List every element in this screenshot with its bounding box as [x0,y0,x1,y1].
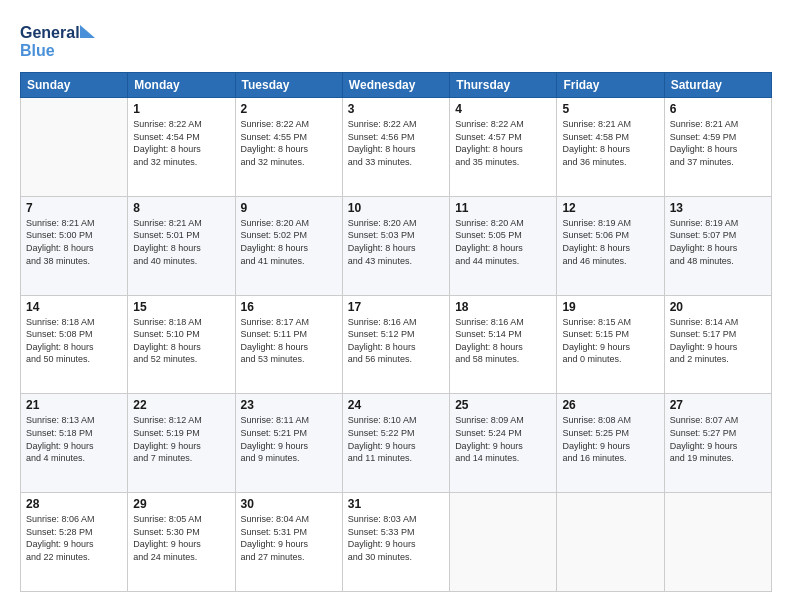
day-number: 20 [670,300,766,314]
calendar-header-friday: Friday [557,73,664,98]
calendar-cell: 16Sunrise: 8:17 AM Sunset: 5:11 PM Dayli… [235,295,342,394]
day-info: Sunrise: 8:08 AM Sunset: 5:25 PM Dayligh… [562,414,658,464]
calendar-cell: 22Sunrise: 8:12 AM Sunset: 5:19 PM Dayli… [128,394,235,493]
day-number: 3 [348,102,444,116]
day-info: Sunrise: 8:05 AM Sunset: 5:30 PM Dayligh… [133,513,229,563]
day-number: 31 [348,497,444,511]
calendar-cell: 4Sunrise: 8:22 AM Sunset: 4:57 PM Daylig… [450,98,557,197]
calendar-header-sunday: Sunday [21,73,128,98]
day-number: 2 [241,102,337,116]
calendar-cell: 1Sunrise: 8:22 AM Sunset: 4:54 PM Daylig… [128,98,235,197]
day-number: 1 [133,102,229,116]
day-number: 4 [455,102,551,116]
day-number: 25 [455,398,551,412]
day-number: 14 [26,300,122,314]
calendar-cell: 31Sunrise: 8:03 AM Sunset: 5:33 PM Dayli… [342,493,449,592]
svg-marker-0 [80,25,95,38]
day-info: Sunrise: 8:16 AM Sunset: 5:14 PM Dayligh… [455,316,551,366]
day-number: 5 [562,102,658,116]
header: GeneralBlue [20,20,772,60]
day-number: 7 [26,201,122,215]
calendar-cell: 13Sunrise: 8:19 AM Sunset: 5:07 PM Dayli… [664,196,771,295]
day-number: 13 [670,201,766,215]
calendar-cell: 12Sunrise: 8:19 AM Sunset: 5:06 PM Dayli… [557,196,664,295]
calendar-week-2: 14Sunrise: 8:18 AM Sunset: 5:08 PM Dayli… [21,295,772,394]
day-info: Sunrise: 8:12 AM Sunset: 5:19 PM Dayligh… [133,414,229,464]
calendar-cell: 20Sunrise: 8:14 AM Sunset: 5:17 PM Dayli… [664,295,771,394]
day-info: Sunrise: 8:21 AM Sunset: 4:58 PM Dayligh… [562,118,658,168]
day-info: Sunrise: 8:16 AM Sunset: 5:12 PM Dayligh… [348,316,444,366]
calendar-cell: 29Sunrise: 8:05 AM Sunset: 5:30 PM Dayli… [128,493,235,592]
day-number: 15 [133,300,229,314]
calendar-week-0: 1Sunrise: 8:22 AM Sunset: 4:54 PM Daylig… [21,98,772,197]
day-number: 23 [241,398,337,412]
day-info: Sunrise: 8:18 AM Sunset: 5:08 PM Dayligh… [26,316,122,366]
calendar-cell: 30Sunrise: 8:04 AM Sunset: 5:31 PM Dayli… [235,493,342,592]
day-number: 11 [455,201,551,215]
day-info: Sunrise: 8:19 AM Sunset: 5:06 PM Dayligh… [562,217,658,267]
calendar-cell [21,98,128,197]
svg-text:Blue: Blue [20,42,55,59]
day-number: 24 [348,398,444,412]
page: GeneralBlue SundayMondayTuesdayWednesday… [0,0,792,612]
day-number: 18 [455,300,551,314]
day-info: Sunrise: 8:07 AM Sunset: 5:27 PM Dayligh… [670,414,766,464]
calendar-cell: 27Sunrise: 8:07 AM Sunset: 5:27 PM Dayli… [664,394,771,493]
day-info: Sunrise: 8:10 AM Sunset: 5:22 PM Dayligh… [348,414,444,464]
day-number: 19 [562,300,658,314]
calendar-cell: 5Sunrise: 8:21 AM Sunset: 4:58 PM Daylig… [557,98,664,197]
calendar-header-saturday: Saturday [664,73,771,98]
day-info: Sunrise: 8:11 AM Sunset: 5:21 PM Dayligh… [241,414,337,464]
calendar-cell: 26Sunrise: 8:08 AM Sunset: 5:25 PM Dayli… [557,394,664,493]
calendar-cell: 18Sunrise: 8:16 AM Sunset: 5:14 PM Dayli… [450,295,557,394]
calendar-cell: 21Sunrise: 8:13 AM Sunset: 5:18 PM Dayli… [21,394,128,493]
day-number: 21 [26,398,122,412]
calendar-cell: 24Sunrise: 8:10 AM Sunset: 5:22 PM Dayli… [342,394,449,493]
calendar-table: SundayMondayTuesdayWednesdayThursdayFrid… [20,72,772,592]
calendar-cell: 6Sunrise: 8:21 AM Sunset: 4:59 PM Daylig… [664,98,771,197]
day-number: 17 [348,300,444,314]
calendar-cell: 28Sunrise: 8:06 AM Sunset: 5:28 PM Dayli… [21,493,128,592]
calendar-cell: 2Sunrise: 8:22 AM Sunset: 4:55 PM Daylig… [235,98,342,197]
day-info: Sunrise: 8:04 AM Sunset: 5:31 PM Dayligh… [241,513,337,563]
calendar-cell: 11Sunrise: 8:20 AM Sunset: 5:05 PM Dayli… [450,196,557,295]
calendar-header-thursday: Thursday [450,73,557,98]
calendar-cell: 23Sunrise: 8:11 AM Sunset: 5:21 PM Dayli… [235,394,342,493]
day-info: Sunrise: 8:17 AM Sunset: 5:11 PM Dayligh… [241,316,337,366]
calendar-cell [450,493,557,592]
day-info: Sunrise: 8:21 AM Sunset: 4:59 PM Dayligh… [670,118,766,168]
day-number: 12 [562,201,658,215]
logo: GeneralBlue [20,20,100,60]
day-info: Sunrise: 8:19 AM Sunset: 5:07 PM Dayligh… [670,217,766,267]
day-info: Sunrise: 8:03 AM Sunset: 5:33 PM Dayligh… [348,513,444,563]
day-number: 30 [241,497,337,511]
day-number: 10 [348,201,444,215]
day-info: Sunrise: 8:22 AM Sunset: 4:55 PM Dayligh… [241,118,337,168]
calendar-cell: 3Sunrise: 8:22 AM Sunset: 4:56 PM Daylig… [342,98,449,197]
calendar-cell: 17Sunrise: 8:16 AM Sunset: 5:12 PM Dayli… [342,295,449,394]
logo-svg: GeneralBlue [20,20,100,60]
day-info: Sunrise: 8:20 AM Sunset: 5:05 PM Dayligh… [455,217,551,267]
day-number: 8 [133,201,229,215]
calendar-cell: 15Sunrise: 8:18 AM Sunset: 5:10 PM Dayli… [128,295,235,394]
calendar-header-row: SundayMondayTuesdayWednesdayThursdayFrid… [21,73,772,98]
day-info: Sunrise: 8:22 AM Sunset: 4:54 PM Dayligh… [133,118,229,168]
day-number: 6 [670,102,766,116]
day-info: Sunrise: 8:22 AM Sunset: 4:57 PM Dayligh… [455,118,551,168]
calendar-cell: 8Sunrise: 8:21 AM Sunset: 5:01 PM Daylig… [128,196,235,295]
calendar-header-monday: Monday [128,73,235,98]
calendar-week-3: 21Sunrise: 8:13 AM Sunset: 5:18 PM Dayli… [21,394,772,493]
svg-text:General: General [20,24,80,41]
day-info: Sunrise: 8:14 AM Sunset: 5:17 PM Dayligh… [670,316,766,366]
day-info: Sunrise: 8:09 AM Sunset: 5:24 PM Dayligh… [455,414,551,464]
day-number: 28 [26,497,122,511]
day-info: Sunrise: 8:06 AM Sunset: 5:28 PM Dayligh… [26,513,122,563]
day-info: Sunrise: 8:22 AM Sunset: 4:56 PM Dayligh… [348,118,444,168]
calendar-cell: 25Sunrise: 8:09 AM Sunset: 5:24 PM Dayli… [450,394,557,493]
day-info: Sunrise: 8:21 AM Sunset: 5:00 PM Dayligh… [26,217,122,267]
calendar-header-tuesday: Tuesday [235,73,342,98]
calendar-cell: 9Sunrise: 8:20 AM Sunset: 5:02 PM Daylig… [235,196,342,295]
day-info: Sunrise: 8:21 AM Sunset: 5:01 PM Dayligh… [133,217,229,267]
calendar-week-1: 7Sunrise: 8:21 AM Sunset: 5:00 PM Daylig… [21,196,772,295]
day-info: Sunrise: 8:15 AM Sunset: 5:15 PM Dayligh… [562,316,658,366]
